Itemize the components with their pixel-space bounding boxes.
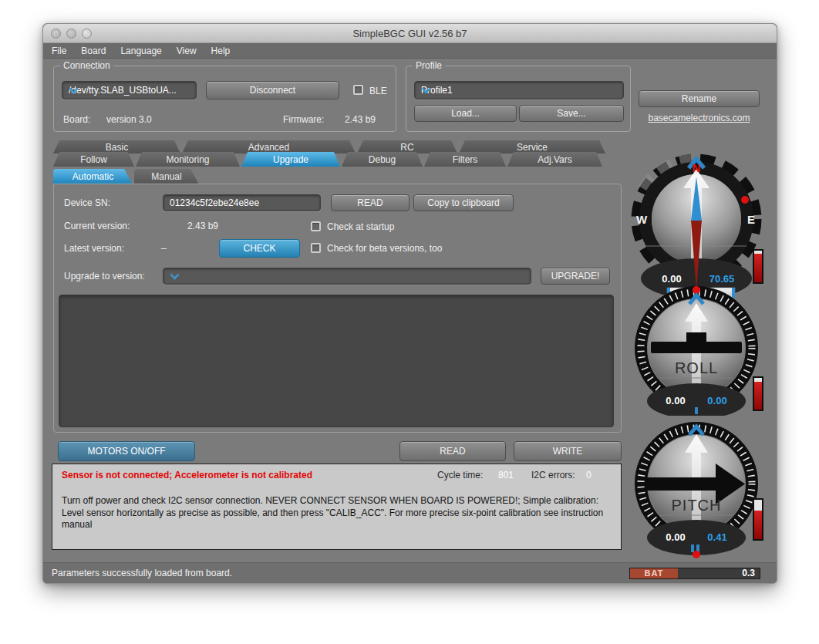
tab-rc[interactable]: RC bbox=[357, 140, 457, 153]
device-sn-input[interactable] bbox=[163, 194, 321, 211]
rename-button-label: Rename bbox=[682, 93, 716, 104]
subtab-automatic[interactable]: Automatic bbox=[53, 169, 133, 184]
bat-value: 0.3 bbox=[678, 568, 760, 578]
disconnect-button-label: Disconnect bbox=[250, 85, 295, 96]
load-button[interactable]: Load... bbox=[414, 105, 517, 122]
title-bar: SimpleBGC GUI v2.56 b7 bbox=[43, 24, 777, 43]
chevron-down-icon bbox=[170, 273, 180, 280]
port-select-value: /dev/tty.SLAB_USBtoUA... bbox=[69, 85, 177, 96]
red-dot-indicator bbox=[693, 551, 700, 558]
tab-monitoring-label: Monitoring bbox=[166, 154, 209, 165]
profile-select[interactable]: Profile1 bbox=[414, 81, 624, 99]
copy-to-clipboard-button[interactable]: Copy to clipboard bbox=[413, 194, 514, 211]
motors-button-label: MOTORS ON/OFF bbox=[87, 446, 165, 457]
tab-filters[interactable]: Filters bbox=[424, 152, 506, 167]
tab-follow-label: Follow bbox=[80, 154, 107, 165]
ble-label: BLE bbox=[369, 86, 387, 96]
ble-checkbox[interactable] bbox=[353, 85, 363, 95]
save-button[interactable]: Save... bbox=[519, 105, 624, 122]
tab-service-label: Service bbox=[517, 142, 548, 153]
current-version-label: Current version: bbox=[64, 221, 130, 231]
check-beta-checkbox[interactable] bbox=[311, 243, 321, 253]
read-params-label: READ bbox=[440, 446, 465, 457]
cycle-time-value: 801 bbox=[498, 470, 514, 480]
subtab-manual-label: Manual bbox=[151, 171, 181, 182]
tab-debug[interactable]: Debug bbox=[342, 152, 423, 167]
tab-follow[interactable]: Follow bbox=[53, 152, 134, 167]
yaw-compass-gauge: 0.00 70.65 N W E bbox=[623, 146, 770, 304]
read-sn-button-label: READ bbox=[357, 197, 383, 208]
tab-adjvars[interactable]: Adj.Vars bbox=[507, 152, 602, 167]
compass-north-label: N bbox=[693, 161, 701, 174]
write-params-button[interactable]: WRITE bbox=[514, 441, 622, 461]
tab-monitoring[interactable]: Monitoring bbox=[136, 152, 240, 167]
rename-button[interactable]: Rename bbox=[639, 90, 760, 107]
compass-east-label: E bbox=[747, 213, 755, 226]
pitch-gauge: PITCH 0.00 0.41 bbox=[623, 416, 770, 558]
subtab-automatic-label: Automatic bbox=[72, 171, 113, 182]
calibration-instructions: Turn off power and check I2C sensor conn… bbox=[62, 495, 606, 531]
tab-filters-label: Filters bbox=[453, 154, 478, 165]
check-at-startup-checkbox[interactable] bbox=[311, 221, 321, 231]
roll-target-value: 0.00 bbox=[666, 395, 685, 406]
menu-language[interactable]: Language bbox=[120, 46, 161, 56]
disconnect-button[interactable]: Disconnect bbox=[206, 81, 339, 99]
check-button[interactable]: CHECK bbox=[219, 239, 300, 258]
tab-upgrade-label: Upgrade bbox=[273, 154, 308, 165]
latest-version-label: Latest version: bbox=[64, 243, 124, 254]
upgrade-button-label: UPGRADE! bbox=[551, 271, 600, 282]
tab-service[interactable]: Service bbox=[459, 140, 605, 153]
menu-file[interactable]: File bbox=[52, 46, 66, 56]
read-params-button[interactable]: READ bbox=[399, 441, 506, 461]
menu-help[interactable]: Help bbox=[211, 46, 231, 56]
basecam-link[interactable]: basecamelectronics.com bbox=[639, 113, 760, 123]
board-label: Board: bbox=[63, 114, 90, 125]
status-bar: Parameters successfully loaded from boar… bbox=[43, 562, 777, 583]
yaw-battery-indicator bbox=[753, 249, 763, 284]
tab-debug-label: Debug bbox=[369, 154, 396, 165]
tab-rc-label: RC bbox=[400, 142, 413, 153]
menu-board[interactable]: Board bbox=[81, 46, 106, 56]
check-at-startup-label: Check at startup bbox=[327, 221, 394, 232]
tab-advanced[interactable]: Advanced bbox=[182, 140, 356, 153]
tab-upgrade[interactable]: Upgrade bbox=[241, 152, 340, 167]
pitch-target-value: 0.00 bbox=[666, 531, 685, 543]
subtab-manual[interactable]: Manual bbox=[134, 169, 199, 184]
check-button-label: CHECK bbox=[243, 243, 275, 254]
roll-label: ROLL bbox=[675, 359, 718, 376]
read-sn-button[interactable]: READ bbox=[331, 194, 410, 211]
connection-group: Connection /dev/tty.SLAB_USBtoUA... Disc… bbox=[53, 66, 396, 132]
tab-adjvars-label: Adj.Vars bbox=[538, 154, 571, 165]
motors-on-off-button[interactable]: MOTORS ON/OFF bbox=[58, 441, 195, 461]
check-beta-label: Check for beta versions, too bbox=[327, 243, 442, 254]
upgrade-button[interactable]: UPGRADE! bbox=[541, 268, 610, 285]
i2c-errors-value: 0 bbox=[586, 470, 592, 480]
app-window: SimpleBGC GUI v2.56 b7 File Board Langua… bbox=[42, 23, 777, 584]
load-button-label: Load... bbox=[451, 108, 480, 119]
menu-bar: File Board Language View Help bbox=[43, 43, 777, 59]
current-version-value: 2.43 b9 bbox=[187, 221, 218, 231]
upgrade-to-label: Upgrade to version: bbox=[64, 271, 145, 282]
roll-gauge: ROLL 0.00 0.00 bbox=[623, 283, 770, 416]
compass-west-label: W bbox=[636, 213, 648, 226]
chevron-down-icon bbox=[421, 87, 431, 94]
roll-battery-indicator bbox=[753, 376, 763, 411]
pitch-battery-indicator bbox=[753, 498, 763, 541]
message-panel: Sensor is not connected; Accelerometer i… bbox=[52, 464, 622, 550]
status-message: Parameters successfully loaded from boar… bbox=[52, 563, 232, 583]
port-select[interactable]: /dev/tty.SLAB_USBtoUA... bbox=[62, 81, 197, 99]
window-title: SimpleBGC GUI v2.56 b7 bbox=[43, 24, 777, 43]
tab-advanced-label: Advanced bbox=[248, 142, 289, 153]
sensor-error-text: Sensor is not connected; Accelerometer i… bbox=[62, 470, 312, 480]
upgrade-version-select[interactable] bbox=[163, 268, 531, 285]
copy-to-clipboard-label: Copy to clipboard bbox=[427, 197, 499, 208]
upgrade-log-area[interactable] bbox=[59, 295, 614, 427]
roll-zero-tick bbox=[695, 407, 698, 414]
cycle-time-label: Cycle time: bbox=[437, 470, 483, 480]
menu-view[interactable]: View bbox=[177, 46, 197, 56]
device-sn-label: Device SN: bbox=[64, 197, 110, 208]
tab-basic[interactable]: Basic bbox=[53, 140, 180, 153]
tab-basic-label: Basic bbox=[106, 142, 128, 153]
pitch-label: PITCH bbox=[672, 497, 722, 514]
i2c-errors-label: I2C errors: bbox=[531, 470, 575, 480]
